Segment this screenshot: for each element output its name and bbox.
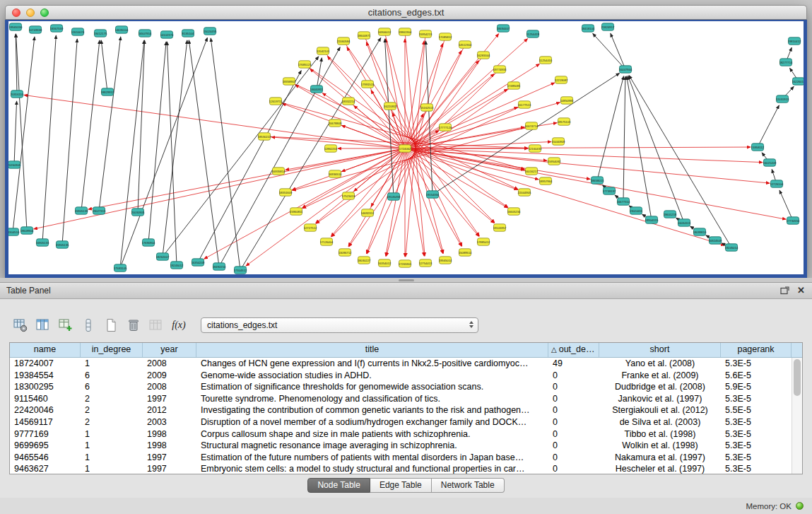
graph-edge[interactable] (425, 41, 433, 194)
tab-network-table[interactable]: Network Table (432, 478, 505, 493)
graph-node[interactable]: 18575103 (558, 118, 571, 125)
graph-node[interactable]: 20316110 (11, 90, 24, 98)
graph-edge[interactable] (88, 148, 405, 209)
graph-node[interactable]: 19024411 (630, 207, 643, 214)
graph-node[interactable]: 17685123 (298, 61, 312, 68)
graph-edge[interactable] (246, 148, 405, 266)
graph-node[interactable]: 19565014 (439, 257, 452, 264)
graph-edge[interactable] (405, 148, 770, 183)
graph-edge[interactable] (627, 76, 652, 220)
graph-node[interactable]: 16924509 (709, 237, 722, 244)
graph-node[interactable]: 18351609 (279, 189, 293, 196)
graph-edge[interactable] (405, 148, 518, 190)
float-panel-icon[interactable] (780, 286, 789, 295)
tab-node-table[interactable]: Node Table (307, 478, 370, 493)
new-table-button[interactable] (102, 316, 120, 334)
graph-node[interactable]: 17690904 (142, 239, 155, 246)
graph-edge[interactable] (120, 40, 144, 268)
graph-edge[interactable] (99, 37, 121, 211)
graph-node[interactable]: 19774933 (493, 66, 507, 73)
graph-node[interactable]: 11254410 (539, 57, 553, 64)
graph-edge[interactable] (14, 101, 17, 165)
graph-node[interactable]: 19861904 (399, 28, 412, 35)
graph-edge[interactable] (405, 148, 590, 179)
graph-node[interactable]: 10074714 (525, 122, 539, 129)
graph-node[interactable]: 16354012 (378, 259, 392, 267)
graph-node[interactable]: 18262007 (156, 253, 170, 260)
graph-edge[interactable] (305, 64, 508, 207)
graph-node[interactable]: 16016217 (525, 168, 539, 175)
table-select-dropdown[interactable]: citations_edges.txt (201, 317, 478, 333)
graph-node[interactable]: 18829912 (101, 88, 114, 95)
delete-column-button[interactable] (124, 316, 143, 334)
graph-node[interactable]: 14102370 (160, 31, 174, 38)
graph-node[interactable]: 18904315 (645, 216, 659, 223)
graph-edge[interactable] (42, 35, 56, 243)
graph-node[interactable]: 17885412 (477, 238, 490, 245)
graph-edge[interactable] (343, 41, 479, 236)
graph-node[interactable]: 12619711 (269, 98, 283, 105)
graph-node[interactable]: 17991515 (361, 81, 375, 88)
graph-node[interactable]: 19145458 (387, 193, 401, 200)
tab-edge-table[interactable]: Edge Table (370, 478, 432, 493)
table-row[interactable]: 1830029562008Estimation of significance … (10, 381, 802, 393)
graph-node[interactable]: 17085812 (439, 33, 452, 40)
graph-node[interactable]: 12727512 (304, 224, 317, 231)
graph-node[interactable]: 18277714 (779, 59, 793, 66)
graph-node[interactable]: 15960811 (290, 208, 303, 215)
graph-edge[interactable] (593, 33, 625, 69)
minimize-window-button[interactable] (26, 8, 35, 17)
graph-node[interactable]: 20678809 (329, 119, 342, 127)
close-panel-icon[interactable]: ✕ (797, 283, 805, 298)
zoom-window-button[interactable] (40, 8, 49, 17)
graph-node[interactable]: 17523413 (342, 192, 355, 199)
table-row[interactable]: 969969511998Structural magnetic resonanc… (10, 440, 802, 452)
graph-edge[interactable] (611, 33, 625, 69)
graph-node[interactable]: 18530222 (258, 133, 271, 140)
graph-node[interactable]: 15440909 (552, 138, 565, 145)
graph-node[interactable]: 16220911 (384, 103, 397, 110)
graph-node[interactable]: 16905133 (36, 239, 49, 246)
graph-edge[interactable] (628, 76, 684, 223)
graph-edge[interactable] (758, 105, 779, 147)
table-row[interactable]: 946554611997Estimation of the future num… (10, 452, 802, 464)
graph-node[interactable]: 18030227 (358, 257, 371, 264)
graph-node[interactable]: 17777120 (439, 124, 452, 131)
column-header-short[interactable]: short (599, 343, 721, 357)
graph-node[interactable]: 15954092 (548, 158, 561, 165)
graph-edge[interactable] (405, 148, 479, 236)
graph-edge[interactable] (189, 40, 219, 267)
graph-node[interactable]: 12160433 (529, 145, 542, 152)
graph-node[interactable]: 12219087 (555, 76, 568, 83)
graph-edge[interactable] (81, 40, 100, 211)
graph-node[interactable]: 17485081 (507, 82, 521, 89)
graph-edge[interactable] (62, 39, 77, 245)
graph-node[interactable]: 19154356 (426, 191, 440, 198)
graph-node[interactable]: 19412175 (94, 30, 107, 37)
graph-node[interactable]: 15089514 (459, 249, 472, 256)
graph-node[interactable]: 19027313 (93, 207, 106, 214)
graph-node[interactable]: 15954213 (419, 30, 433, 37)
graph-node[interactable]: 16021409 (763, 159, 777, 166)
graph-edge[interactable] (366, 148, 405, 254)
table-row[interactable]: 1456911722003Disruption of a novel membe… (10, 416, 802, 428)
table-row[interactable]: 946362711997Embryonic stem cells: a mode… (10, 463, 802, 474)
column-header-title[interactable]: title (196, 343, 548, 357)
graph-node[interactable]: 16283344 (477, 52, 490, 59)
table-row[interactable]: 977716911998Corpus callosum shape and si… (10, 428, 802, 440)
graph-edge[interactable] (13, 37, 35, 232)
graph-node[interactable]: 15024455 (204, 28, 217, 35)
graph-edge[interactable] (148, 42, 166, 243)
graph-edge[interactable] (167, 42, 177, 265)
graph-edge[interactable] (779, 190, 793, 221)
graph-node[interactable]: 22044905 (518, 189, 531, 196)
column-header-name[interactable]: name (10, 343, 81, 357)
graph-edge[interactable] (16, 34, 27, 230)
graph-edge[interactable] (405, 148, 724, 245)
graph-node[interactable]: 17739197 (603, 187, 616, 194)
graph-node[interactable]: 20030905 (131, 209, 145, 216)
graph-node[interactable]: 12754413 (419, 259, 433, 267)
new-column-button[interactable] (57, 316, 75, 334)
graph-node[interactable]: 15905139 (75, 207, 88, 214)
graph-node[interactable]: 18358901 (283, 78, 296, 85)
